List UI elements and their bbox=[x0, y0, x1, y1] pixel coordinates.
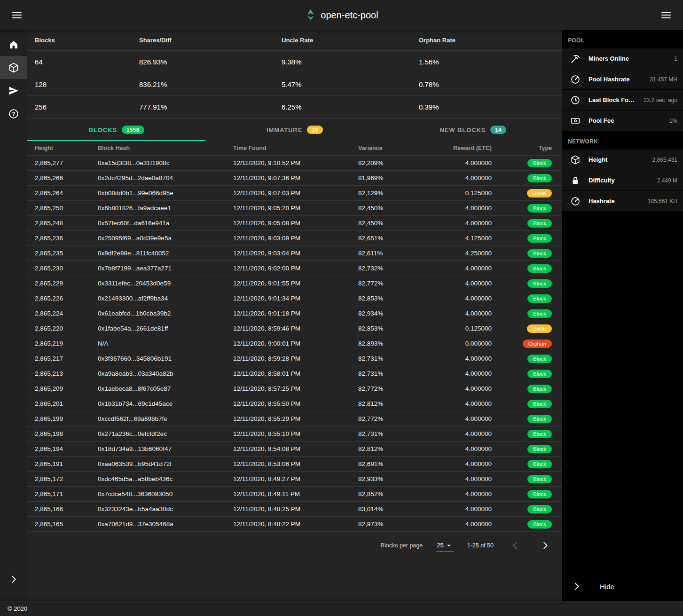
blocks-cell-hash: 0xb08dd0b1...99e066d95e bbox=[98, 190, 233, 197]
blocks-cell-reward: 4.000000 bbox=[415, 430, 495, 437]
menu-button-right[interactable] bbox=[656, 5, 676, 25]
table-row: 2,865,2130xa9a8eab3...03a340a82b12/11/20… bbox=[27, 366, 562, 381]
blocks-cell-height: 2,865,209 bbox=[35, 385, 98, 392]
blocks-cell-time: 12/11/2020, 9:00:01 PM bbox=[233, 340, 358, 347]
blocks-cell-type: Block bbox=[495, 370, 555, 378]
rail-expand-button[interactable] bbox=[0, 568, 27, 591]
rail-item-blocks[interactable] bbox=[0, 56, 27, 79]
cash-icon bbox=[562, 116, 589, 126]
blocks-cell-var: 82,812% bbox=[358, 445, 415, 452]
blocks-cell-time: 12/11/2020, 9:05:20 PM bbox=[233, 205, 358, 212]
type-badge: Orphan bbox=[523, 340, 552, 348]
caret-down-icon bbox=[445, 541, 453, 550]
blocks-cell-reward: 4.000000 bbox=[415, 310, 495, 317]
type-badge: Uncle bbox=[527, 189, 552, 197]
type-badge: Block bbox=[527, 505, 552, 513]
panel-item: Difficulty2.449 M bbox=[562, 170, 683, 191]
tab-count-badge: 14 bbox=[490, 126, 506, 134]
next-page-button[interactable] bbox=[537, 537, 554, 554]
blocks-cell-time: 12/11/2020, 8:55:50 PM bbox=[233, 400, 358, 407]
blocks-cell-var: 82,812% bbox=[358, 400, 415, 407]
rail-item-help[interactable]: ? bbox=[0, 102, 27, 125]
blocks-cell-time: 12/11/2020, 9:07:03 PM bbox=[233, 190, 358, 197]
per-page-label: Blocks per page bbox=[381, 542, 423, 549]
blocks-header-cell: Type bbox=[495, 145, 555, 151]
table-row: 2,865,2200x1fabe54a...2661de81ff12/11/20… bbox=[27, 321, 562, 336]
blocks-cell-height: 2,865,219 bbox=[35, 340, 98, 347]
blocks-cell-var: 82,772% bbox=[358, 415, 415, 422]
blocks-cell-type: Block bbox=[495, 415, 555, 423]
pagination: Blocks per page 25 1-25 of 50 bbox=[27, 532, 562, 559]
blocks-cell-reward: 4.000000 bbox=[415, 265, 495, 272]
tab-immature[interactable]: IMMATURE16 bbox=[205, 118, 384, 141]
blocks-cell-reward: 4.000000 bbox=[415, 385, 495, 392]
prev-page-button[interactable] bbox=[507, 537, 524, 554]
per-page-select[interactable]: 25 bbox=[436, 540, 454, 552]
table-row: 2,865,2480x57fec60f...da616e941a12/11/20… bbox=[27, 216, 562, 231]
tabs: BLOCKS1558IMMATURE16NEW BLOCKS14 bbox=[27, 118, 562, 141]
blocks-cell-var: 82,973% bbox=[358, 521, 415, 528]
stats-cell: 6.25% bbox=[282, 103, 419, 111]
table-row: 2,865,1910xaa063539...b95d41d72f12/11/20… bbox=[27, 457, 562, 472]
blocks-cell-time: 12/11/2020, 8:48:25 PM bbox=[233, 505, 358, 513]
pickaxe-icon bbox=[562, 54, 589, 64]
blocks-cell-hash: 0xaa063539...b95d41d72f bbox=[98, 460, 233, 467]
topbar: open-etc-pool bbox=[0, 0, 683, 30]
blocks-cell-var: 82,853% bbox=[358, 325, 415, 332]
blocks-cell-var: 82,651% bbox=[358, 235, 415, 242]
blocks-cell-var: 82,731% bbox=[358, 370, 415, 377]
blocks-cell-hash: 0xa70621d9...37e305468a bbox=[98, 521, 233, 528]
blocks-cell-reward: 4.125000 bbox=[415, 235, 495, 242]
rail-item-payments[interactable] bbox=[0, 79, 27, 102]
panel-item-value: 31.457 MH bbox=[647, 76, 683, 83]
panel-item: Height2,865,431 bbox=[562, 150, 683, 170]
stats-cell: 1.56% bbox=[419, 58, 555, 66]
blocks-cell-reward: 4.000000 bbox=[415, 521, 495, 528]
blocks-cell-hash: 0xdc465d5a...a58beb436c bbox=[98, 475, 233, 482]
type-badge: Block bbox=[527, 234, 552, 243]
blocks-cell-var: 82,731% bbox=[358, 430, 415, 437]
blocks-table-body: 2,865,2770xa15d3f38...0e31f1908c12/11/20… bbox=[27, 156, 562, 532]
blocks-cell-type: Block bbox=[495, 219, 555, 228]
tab-new-blocks[interactable]: NEW BLOCKS14 bbox=[384, 118, 562, 141]
table-row: 2,865,1720xdc465d5a...a58beb436c12/11/20… bbox=[27, 472, 562, 487]
blocks-header-cell: Height bbox=[35, 145, 98, 151]
clock-icon bbox=[562, 95, 589, 105]
type-badge: Block bbox=[527, 400, 552, 408]
table-row: 2,865,1660x3233243e...b5a4aa30dc12/11/20… bbox=[27, 502, 562, 517]
panel-item-label: Pool Fee bbox=[589, 117, 667, 124]
panel-item: Miners Online1 bbox=[562, 48, 683, 69]
speedometer-icon bbox=[562, 74, 589, 85]
panel-item-label: Pool Hashrate bbox=[589, 76, 647, 83]
table-row: 2,865,1650xa70621d9...37e305468a12/11/20… bbox=[27, 517, 562, 532]
type-badge: Block bbox=[527, 475, 552, 483]
rail-item-home[interactable] bbox=[0, 33, 27, 56]
table-row: 2,865,2010x1b31b734...69c1d45ace12/11/20… bbox=[27, 396, 562, 411]
type-badge: Block bbox=[527, 159, 552, 167]
type-badge: Block bbox=[527, 219, 552, 228]
chevron-left-icon bbox=[510, 540, 520, 551]
tab-blocks[interactable]: BLOCKS1558 bbox=[27, 118, 205, 141]
blocks-cell-type: Block bbox=[495, 385, 555, 393]
blocks-cell-type: Block bbox=[495, 234, 555, 243]
stats-header-cell: Shares/Diff bbox=[139, 37, 282, 44]
blocks-cell-hash: 0x3311efec...20453d0e59 bbox=[98, 280, 233, 287]
stats-header-cell: Orphan Rate bbox=[419, 37, 555, 44]
blocks-cell-hash: 0x3233243e...b5a4aa30dc bbox=[98, 505, 233, 513]
blocks-cell-time: 12/11/2020, 8:53:06 PM bbox=[233, 460, 358, 467]
menu-button-left[interactable] bbox=[7, 5, 27, 25]
blocks-cell-time: 12/11/2020, 9:01:34 PM bbox=[233, 295, 358, 302]
blocks-cell-type: Block bbox=[495, 264, 555, 273]
blocks-cell-height: 2,865,199 bbox=[35, 415, 98, 422]
panel-item: Hashrate185.561 KH bbox=[562, 191, 683, 212]
blocks-cell-height: 2,865,230 bbox=[35, 265, 98, 272]
blocks-cell-var: 82,129% bbox=[358, 190, 415, 197]
blocks-cell-var: 82,852% bbox=[358, 490, 415, 498]
type-badge: Block bbox=[527, 355, 552, 363]
hide-panel-button[interactable]: Hide bbox=[562, 572, 683, 601]
blocks-cell-height: 2,865,213 bbox=[35, 370, 98, 377]
stats-cell: 777.91% bbox=[139, 103, 282, 111]
stats-cell: 64 bbox=[35, 58, 139, 66]
tab-label: IMMATURE bbox=[267, 126, 302, 134]
table-row: 2,865,2660x2dc4295d...2dae0a870412/11/20… bbox=[27, 171, 562, 186]
